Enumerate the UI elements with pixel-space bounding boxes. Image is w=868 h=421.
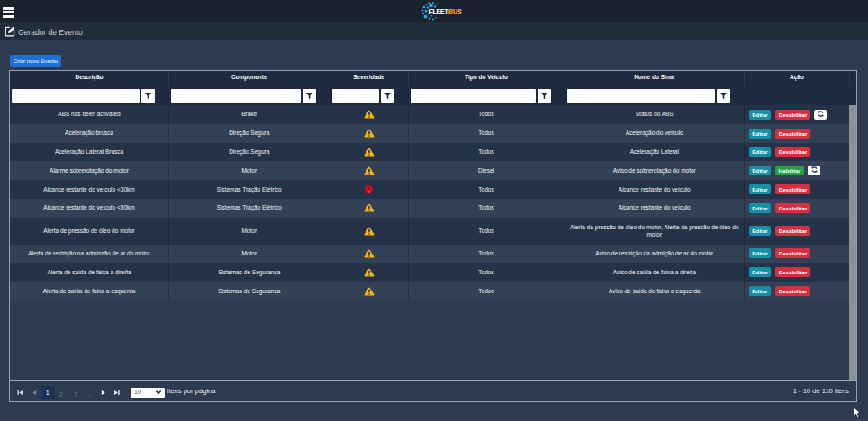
svg-text:FLEET: FLEET [429,7,448,16]
svg-text:BUS: BUS [448,7,462,16]
